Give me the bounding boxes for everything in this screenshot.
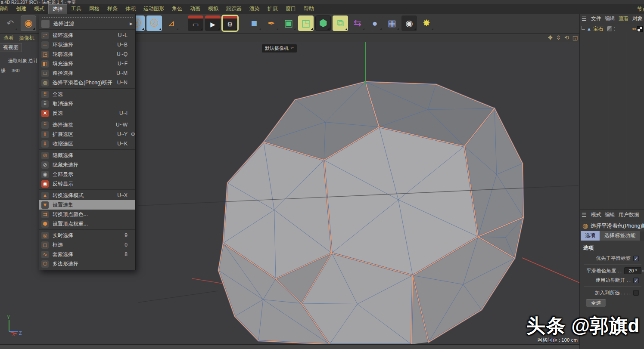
polygon-tag-icon[interactable]: [637, 26, 643, 32]
menu-create[interactable]: 创建: [12, 4, 30, 14]
menu-item-fill-selection[interactable]: ◧ 填充选择 U~F: [39, 59, 135, 68]
menu-item-icon: ⇧: [41, 131, 49, 138]
menu-item-show-all[interactable]: ◉ 全部显示: [39, 170, 135, 179]
rotate-view-icon[interactable]: ⟲: [564, 34, 569, 41]
pan-view-icon[interactable]: ✥: [548, 34, 553, 41]
tab-options[interactable]: 选项: [581, 231, 600, 241]
camera-badge[interactable]: 默认摄像机 º°: [262, 44, 297, 53]
am-menu-edit[interactable]: 编辑: [603, 211, 617, 219]
menu-item-set-selection[interactable]: ▼ 设置选集: [39, 200, 135, 210]
workplane-icon[interactable]: ⊿: [164, 15, 179, 31]
tab-selection-tag[interactable]: 选择标签功能: [600, 231, 640, 241]
menu-item-shrink-selection[interactable]: ⇩ 收缩选区 U~K: [39, 139, 135, 148]
menu-mode[interactable]: 模式: [30, 4, 48, 14]
menu-item-icon: ◧: [41, 60, 49, 68]
maximize-view-icon[interactable]: ◱: [572, 34, 578, 41]
menu-item-outline-selection[interactable]: ◳ 轮廓选择 U~Q: [39, 49, 135, 59]
menu-mesh[interactable]: 网格: [85, 4, 103, 14]
menu-item-invert-selection[interactable]: ✕ 反选 U~I: [39, 108, 135, 118]
column-divider: [609, 34, 609, 209]
spinner-icon[interactable]: ▲▼: [642, 269, 644, 272]
hamburger-icon[interactable]: ☰: [582, 15, 587, 22]
edit-state-icon[interactable]: [607, 26, 612, 31]
volume-builder-icon[interactable]: ◳: [298, 15, 314, 31]
undo-icon[interactable]: ↶: [3, 15, 18, 31]
menu-spline[interactable]: 样条: [103, 4, 121, 14]
floor-icon[interactable]: ▦: [384, 15, 400, 31]
subdivision-surface-icon[interactable]: ▣: [281, 15, 296, 31]
menu-right-label[interactable]: 节点: [637, 6, 644, 13]
options-gear-icon[interactable]: ⚙: [131, 131, 135, 137]
menu-item-polygon-selection[interactable]: ⬡ 多边形选择: [39, 259, 135, 269]
viewport-menu-view[interactable]: 查看: [0, 34, 17, 42]
menu-item-ring-selection[interactable]: ⇔ 环状选择 U~B: [39, 40, 135, 49]
attribute-manager-menu: ☰ 模式编辑用户数据: [580, 210, 644, 220]
menu-item-set-vertex-weight[interactable]: ⬢ 设置顶点权重...: [39, 219, 135, 229]
menu-tracker[interactable]: 跟踪器: [222, 4, 246, 14]
live-selection-tool-icon[interactable]: ◉: [21, 15, 36, 31]
om-menu-file[interactable]: 文件: [589, 15, 603, 22]
stage-camera-icon[interactable]: ◉: [401, 15, 417, 31]
menu-item-deselect-all[interactable]: ⠿ 取消选择: [39, 99, 135, 108]
render-settings-icon[interactable]: ⚙: [222, 15, 238, 31]
menu-mograph[interactable]: 运动图形: [140, 4, 168, 14]
menu-animate[interactable]: 动画: [186, 4, 204, 14]
render-view-icon[interactable]: ▭: [188, 15, 203, 31]
menu-item-rectangle-selection[interactable]: ◻ 框选 0: [39, 240, 135, 250]
deformer-icon[interactable]: ⇆: [350, 15, 365, 31]
menu-item-live-selection[interactable]: ◎ 实时选择 9: [39, 231, 135, 240]
om-menu-object[interactable]: 对象: [631, 15, 644, 22]
menu-item-hide-selected[interactable]: ⊘ 隐藏选择: [39, 151, 135, 160]
menu-render[interactable]: 渲染: [246, 4, 264, 14]
menu-item-icon: ◳: [41, 51, 49, 58]
menu-tools[interactable]: 工具: [67, 4, 85, 14]
viewport-name-tab[interactable]: 视视图: [0, 43, 22, 52]
om-menu-edit[interactable]: 编辑: [603, 15, 617, 22]
menu-window[interactable]: 窗口: [282, 4, 300, 14]
object-name[interactable]: 宝石: [593, 25, 604, 33]
pen-spline-icon[interactable]: ✒: [264, 15, 279, 31]
menu-item-path-selection[interactable]: □ 路径选择 U~M: [39, 68, 135, 78]
select-all-button[interactable]: 全选: [586, 299, 606, 307]
am-menu-mode[interactable]: 模式: [589, 211, 603, 219]
light-icon[interactable]: ✸: [419, 15, 434, 31]
menu-character[interactable]: 角色: [168, 4, 186, 14]
render-picture-viewer-icon[interactable]: ▶: [205, 15, 221, 31]
menu-extensions[interactable]: 扩展: [264, 4, 282, 14]
layer-dots-icon[interactable]: ●●: [632, 27, 636, 31]
menu-item-lasso-selection[interactable]: ∿ 套索选择 8: [39, 250, 135, 259]
field-icon[interactable]: ●: [367, 15, 383, 31]
add-to-selection-checkbox[interactable]: ✓: [633, 290, 639, 296]
lock-z-axis-icon[interactable]: Ⓩ: [146, 15, 162, 31]
priority-checkbox[interactable]: ✓: [633, 256, 639, 261]
menu-help[interactable]: 帮助: [300, 4, 318, 14]
menu-edit[interactable]: 编辑: [0, 4, 12, 14]
menu-item-hide-unselected[interactable]: ⊘ 隐藏未选择: [39, 160, 135, 170]
menu-item-select-connected[interactable]: ⠛ 选择连接 U~W: [39, 120, 135, 130]
am-menu-userdata[interactable]: 用户数据: [617, 211, 641, 219]
menu-item-selection-filter[interactable]: 选择过滤 ▶: [39, 19, 135, 28]
menu-item-convert-vertex-color[interactable]: ⇉ 转换顶点颜色...: [39, 210, 135, 219]
menu-item-select-all[interactable]: ⠿ 全选: [39, 90, 135, 99]
menu-item-invert-visibility[interactable]: ◉ 反转显示: [39, 179, 135, 188]
hamburger-icon[interactable]: ☰: [582, 212, 587, 218]
add-cube-icon[interactable]: ■: [246, 15, 262, 31]
menu-simulate[interactable]: 模拟: [204, 4, 222, 14]
menu-item-convert-selection-mode[interactable]: ▲ 转换选择模式 U~X: [39, 191, 135, 200]
viewport-menu-camera[interactable]: 摄像机: [16, 34, 38, 42]
visibility-dots-icon[interactable]: ⁚: [614, 27, 615, 31]
menu-tearoff-strip[interactable]: [42, 15, 133, 18]
om-menu-view[interactable]: 查看: [617, 15, 631, 22]
menu-volume[interactable]: 体积: [121, 4, 140, 14]
object-row-gem[interactable]: ▲ 宝石 ⁚ ●●: [580, 24, 644, 34]
menu-select[interactable]: 选择: [48, 4, 67, 14]
zoom-view-icon[interactable]: ⇕: [556, 34, 561, 41]
menu-item-icon: ⇉: [41, 211, 49, 218]
mograph-icon[interactable]: ⬢: [315, 15, 331, 31]
edge-breaks-checkbox[interactable]: ✓: [633, 278, 639, 283]
menu-item-select-phong-break[interactable]: ◍ 选择平滑着色(Phong)断开 U~N: [39, 78, 135, 87]
menu-item-loop-selection[interactable]: ⇌ 循环选择 U~L: [39, 31, 135, 40]
cloner-icon[interactable]: ⧉: [333, 15, 348, 31]
phong-angle-input[interactable]: 20 °: [624, 267, 641, 274]
menu-item-grow-selection[interactable]: ⇧ 扩展选区 U~Y ⚙: [39, 130, 135, 139]
